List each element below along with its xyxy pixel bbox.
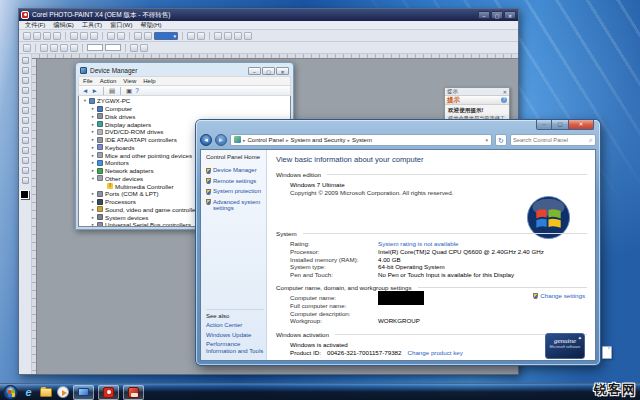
minimize-button[interactable]: – bbox=[536, 120, 552, 130]
menu-edit[interactable]: 编辑(E) bbox=[53, 21, 74, 30]
rotate-icon[interactable] bbox=[130, 44, 138, 52]
sidebar-item-device-manager[interactable]: Device Manager bbox=[206, 167, 264, 174]
sidebar-item-remote-settings[interactable]: Remote settings bbox=[206, 178, 264, 185]
docker-close-icon[interactable]: ✕ bbox=[503, 89, 507, 95]
crop-tool-icon[interactable] bbox=[22, 77, 29, 84]
app-launcher-icon[interactable] bbox=[244, 32, 252, 40]
grid-icon[interactable] bbox=[214, 32, 222, 40]
back-button[interactable]: ◄ bbox=[200, 134, 212, 146]
system-rating-link[interactable]: System rating is not available bbox=[378, 240, 458, 247]
see-also-windows-update[interactable]: Windows Update bbox=[206, 332, 264, 339]
circle-icon[interactable] bbox=[50, 44, 58, 52]
maximize-button[interactable]: ▢ bbox=[552, 120, 568, 130]
desktop-file-icon[interactable] bbox=[602, 346, 612, 359]
maximize-button[interactable]: ▢ bbox=[491, 11, 503, 19]
zoom-level-combo[interactable]: ▾ bbox=[154, 32, 178, 40]
menu-action[interactable]: Action bbox=[100, 78, 117, 84]
shape-icon[interactable] bbox=[40, 44, 48, 52]
breadcrumb-dropdown-icon[interactable]: ▾ bbox=[485, 137, 488, 143]
save-icon[interactable] bbox=[43, 32, 51, 40]
start-button[interactable] bbox=[3, 385, 18, 400]
change-settings-link[interactable]: Change settings bbox=[533, 292, 585, 299]
breadcrumb[interactable]: ▸ Control Panel ▸ System and Security ▸ … bbox=[230, 134, 492, 146]
menu-tools[interactable]: 工具(T) bbox=[82, 21, 102, 30]
export-icon[interactable] bbox=[144, 32, 152, 40]
windows-explorer-icon[interactable] bbox=[39, 386, 52, 399]
undo-icon[interactable] bbox=[107, 32, 115, 40]
close-button[interactable]: ✕ bbox=[568, 120, 594, 130]
close-button[interactable]: ✕ bbox=[276, 67, 289, 75]
menu-window[interactable]: 窗口(W) bbox=[110, 21, 132, 30]
align-icon[interactable] bbox=[224, 32, 232, 40]
taskbar-app-system-window[interactable] bbox=[73, 385, 94, 400]
pick-tool-icon[interactable] bbox=[22, 57, 29, 64]
color-swatch[interactable] bbox=[21, 191, 30, 200]
interactive-tool-icon[interactable] bbox=[22, 177, 29, 184]
maximize-button[interactable]: ▢ bbox=[262, 67, 275, 75]
minimize-button[interactable]: – bbox=[478, 11, 490, 19]
paste-icon[interactable] bbox=[90, 32, 98, 40]
pen-icon[interactable] bbox=[70, 44, 78, 52]
refresh-icon[interactable]: ↻ bbox=[495, 134, 507, 146]
forward-icon[interactable]: ► bbox=[91, 86, 97, 96]
see-also-action-center[interactable]: Action Center bbox=[206, 322, 264, 329]
copy-icon[interactable] bbox=[80, 32, 88, 40]
menu-help[interactable]: Help bbox=[143, 78, 155, 84]
rect-icon[interactable] bbox=[60, 44, 68, 52]
shape-tool-icon[interactable] bbox=[22, 157, 29, 164]
mask-icon[interactable] bbox=[197, 32, 205, 40]
close-button[interactable]: ✕ bbox=[504, 11, 516, 19]
effect-tool-icon[interactable] bbox=[22, 127, 29, 134]
properties-icon[interactable]: ▣ bbox=[126, 86, 132, 96]
paint-tool-icon[interactable] bbox=[22, 117, 29, 124]
sidebar-home-link[interactable]: Control Panel Home bbox=[206, 154, 264, 160]
menu-file[interactable]: File bbox=[83, 78, 93, 84]
text-tool-icon[interactable] bbox=[22, 147, 29, 154]
show-window-icon[interactable]: ▤ bbox=[109, 86, 115, 96]
hints-help-icon[interactable]: ? bbox=[501, 97, 507, 103]
device-manager-title-bar[interactable]: Device Manager – ▢ ✕ bbox=[78, 65, 291, 76]
back-icon[interactable]: ◄ bbox=[82, 86, 88, 96]
position-x-field[interactable] bbox=[87, 44, 103, 51]
help-icon[interactable]: ? bbox=[135, 86, 139, 96]
internet-explorer-icon[interactable]: e bbox=[22, 386, 35, 399]
display-adapter-icon bbox=[97, 121, 103, 127]
menu-view[interactable]: View bbox=[123, 78, 136, 84]
search-box[interactable]: ⌕ bbox=[510, 134, 596, 146]
taskbar-app-photo-viewer[interactable] bbox=[123, 385, 144, 400]
print-icon[interactable] bbox=[53, 32, 61, 40]
new-icon[interactable] bbox=[23, 32, 31, 40]
redo-icon[interactable] bbox=[117, 32, 125, 40]
media-player-icon[interactable] bbox=[56, 386, 69, 399]
zoom-tool-icon[interactable] bbox=[22, 87, 29, 94]
sidebar-item-system-protection[interactable]: System protection bbox=[206, 188, 264, 195]
breadcrumb-system-security[interactable]: System and Security bbox=[290, 137, 345, 143]
search-input[interactable] bbox=[513, 137, 587, 143]
fill-tool-icon[interactable] bbox=[22, 167, 29, 174]
minimize-button[interactable]: – bbox=[248, 67, 261, 75]
position-y-field[interactable] bbox=[105, 44, 121, 51]
tree-node-computer-root[interactable]: ▾ZYGWX-PC bbox=[80, 97, 290, 105]
taskbar-app-corel-photopaint[interactable] bbox=[98, 385, 119, 400]
menu-file[interactable]: 文件(F) bbox=[25, 21, 45, 30]
sidebar-item-advanced-settings[interactable]: Advanced system settings bbox=[206, 199, 264, 212]
forward-button[interactable]: ► bbox=[215, 134, 227, 146]
import-icon[interactable] bbox=[134, 32, 142, 40]
flip-icon[interactable] bbox=[140, 44, 148, 52]
clone-tool-icon[interactable] bbox=[22, 137, 29, 144]
see-also-performance[interactable]: Performance Information and Tools bbox=[206, 341, 264, 354]
fullscreen-icon[interactable] bbox=[187, 32, 195, 40]
cut-icon[interactable] bbox=[70, 32, 78, 40]
breadcrumb-system[interactable]: System bbox=[352, 137, 372, 143]
menu-help[interactable]: 帮助(H) bbox=[141, 21, 162, 30]
options-icon[interactable] bbox=[234, 32, 242, 40]
open-icon[interactable] bbox=[33, 32, 41, 40]
breadcrumb-control-panel[interactable]: Control Panel bbox=[248, 137, 284, 143]
tree-node[interactable]: ▸Computer bbox=[80, 105, 290, 113]
change-product-key-link[interactable]: Change product key bbox=[408, 349, 463, 356]
eraser-tool-icon[interactable] bbox=[22, 107, 29, 114]
eyedropper-tool-icon[interactable] bbox=[22, 97, 29, 104]
tool-preset-icon[interactable] bbox=[23, 44, 31, 52]
corel-title-bar[interactable]: Corel PHOTO-PAINT X4 (OEM 版本 - 不得转售) – ▢… bbox=[19, 9, 518, 21]
mask-tool-icon[interactable] bbox=[22, 67, 29, 74]
